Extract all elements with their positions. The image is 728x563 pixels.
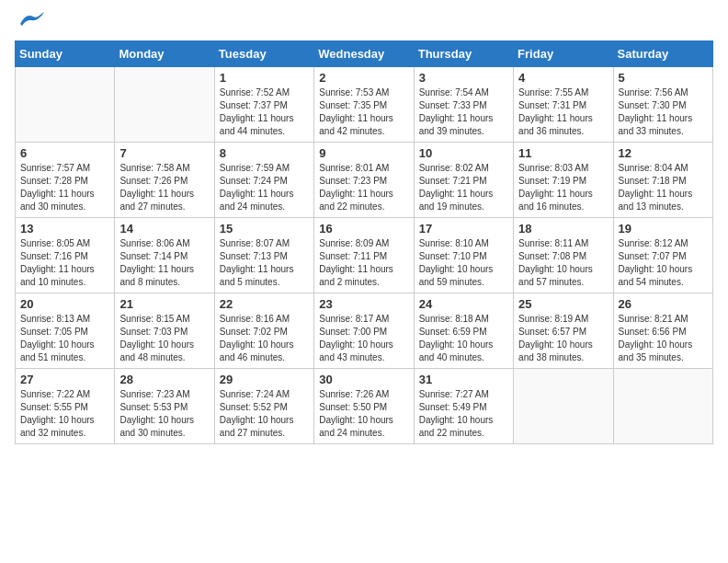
day-info: Sunrise: 8:16 AM Sunset: 7:02 PM Dayligh… <box>220 313 309 364</box>
calendar-cell: 30Sunrise: 7:26 AM Sunset: 5:50 PM Dayli… <box>314 369 414 444</box>
weekday-header-monday: Monday <box>115 41 214 67</box>
calendar-cell: 11Sunrise: 8:03 AM Sunset: 7:19 PM Dayli… <box>514 143 613 218</box>
calendar-cell: 16Sunrise: 8:09 AM Sunset: 7:11 PM Dayli… <box>314 218 414 293</box>
day-number: 18 <box>518 222 608 236</box>
day-number: 17 <box>419 222 508 236</box>
calendar-cell: 26Sunrise: 8:21 AM Sunset: 6:56 PM Dayli… <box>613 293 712 369</box>
page-header <box>15 15 713 29</box>
calendar-cell: 29Sunrise: 7:24 AM Sunset: 5:52 PM Dayli… <box>214 369 313 444</box>
day-number: 15 <box>220 222 309 236</box>
calendar-cell: 9Sunrise: 8:01 AM Sunset: 7:23 PM Daylig… <box>314 143 414 218</box>
calendar-cell: 1Sunrise: 7:52 AM Sunset: 7:37 PM Daylig… <box>214 67 313 143</box>
calendar-cell: 18Sunrise: 8:11 AM Sunset: 7:08 PM Dayli… <box>514 218 613 293</box>
day-info: Sunrise: 8:09 AM Sunset: 7:11 PM Dayligh… <box>319 237 408 289</box>
day-number: 28 <box>119 373 209 386</box>
day-number: 2 <box>319 71 408 85</box>
calendar-cell: 20Sunrise: 8:13 AM Sunset: 7:05 PM Dayli… <box>16 293 115 369</box>
day-info: Sunrise: 8:03 AM Sunset: 7:19 PM Dayligh… <box>518 162 608 213</box>
day-info: Sunrise: 8:04 AM Sunset: 7:18 PM Dayligh… <box>619 162 708 213</box>
day-number: 6 <box>20 146 109 160</box>
calendar-cell: 14Sunrise: 8:06 AM Sunset: 7:14 PM Dayli… <box>115 218 214 293</box>
day-info: Sunrise: 7:57 AM Sunset: 7:28 PM Dayligh… <box>20 162 109 213</box>
day-number: 12 <box>619 146 708 160</box>
calendar-cell: 3Sunrise: 7:54 AM Sunset: 7:33 PM Daylig… <box>414 67 513 143</box>
day-number: 20 <box>20 297 109 311</box>
day-number: 16 <box>319 222 408 236</box>
weekday-header-wednesday: Wednesday <box>314 41 414 67</box>
calendar-cell <box>16 67 115 143</box>
calendar-cell: 17Sunrise: 8:10 AM Sunset: 7:10 PM Dayli… <box>414 218 513 293</box>
calendar-cell <box>514 369 613 444</box>
calendar-cell: 7Sunrise: 7:58 AM Sunset: 7:26 PM Daylig… <box>115 143 214 218</box>
day-info: Sunrise: 8:17 AM Sunset: 7:00 PM Dayligh… <box>319 313 408 364</box>
day-number: 27 <box>20 373 109 386</box>
day-number: 19 <box>619 222 708 236</box>
weekday-header-row: SundayMondayTuesdayWednesdayThursdayFrid… <box>16 41 713 67</box>
week-row-4: 20Sunrise: 8:13 AM Sunset: 7:05 PM Dayli… <box>16 293 713 369</box>
calendar-cell: 23Sunrise: 8:17 AM Sunset: 7:00 PM Dayli… <box>314 293 414 369</box>
day-info: Sunrise: 7:53 AM Sunset: 7:35 PM Dayligh… <box>319 86 408 138</box>
day-info: Sunrise: 8:01 AM Sunset: 7:23 PM Dayligh… <box>319 162 408 213</box>
calendar-cell: 19Sunrise: 8:12 AM Sunset: 7:07 PM Dayli… <box>613 218 712 293</box>
day-number: 11 <box>518 146 608 160</box>
day-info: Sunrise: 7:59 AM Sunset: 7:24 PM Dayligh… <box>220 162 309 213</box>
week-row-1: 1Sunrise: 7:52 AM Sunset: 7:37 PM Daylig… <box>16 67 713 143</box>
calendar-cell: 5Sunrise: 7:56 AM Sunset: 7:30 PM Daylig… <box>613 67 712 143</box>
calendar-cell: 15Sunrise: 8:07 AM Sunset: 7:13 PM Dayli… <box>214 218 313 293</box>
week-row-3: 13Sunrise: 8:05 AM Sunset: 7:16 PM Dayli… <box>16 218 713 293</box>
logo-bird-icon <box>18 11 44 29</box>
day-info: Sunrise: 8:15 AM Sunset: 7:03 PM Dayligh… <box>119 313 209 364</box>
calendar-table: SundayMondayTuesdayWednesdayThursdayFrid… <box>15 40 713 444</box>
day-number: 10 <box>419 146 508 160</box>
day-info: Sunrise: 7:23 AM Sunset: 5:53 PM Dayligh… <box>119 388 209 440</box>
day-number: 29 <box>220 373 309 386</box>
day-number: 30 <box>319 373 408 386</box>
calendar-cell: 10Sunrise: 8:02 AM Sunset: 7:21 PM Dayli… <box>414 143 513 218</box>
day-number: 9 <box>319 146 408 160</box>
calendar-cell <box>613 369 712 444</box>
day-number: 13 <box>20 222 109 236</box>
day-info: Sunrise: 7:55 AM Sunset: 7:31 PM Dayligh… <box>518 86 608 138</box>
day-number: 21 <box>119 297 209 311</box>
day-number: 14 <box>119 222 209 236</box>
calendar-cell: 31Sunrise: 7:27 AM Sunset: 5:49 PM Dayli… <box>414 369 513 444</box>
day-info: Sunrise: 8:21 AM Sunset: 6:56 PM Dayligh… <box>619 313 708 364</box>
day-info: Sunrise: 8:11 AM Sunset: 7:08 PM Dayligh… <box>518 237 608 289</box>
day-info: Sunrise: 8:10 AM Sunset: 7:10 PM Dayligh… <box>419 237 508 289</box>
day-info: Sunrise: 7:26 AM Sunset: 5:50 PM Dayligh… <box>319 388 408 440</box>
calendar-cell: 21Sunrise: 8:15 AM Sunset: 7:03 PM Dayli… <box>115 293 214 369</box>
day-number: 7 <box>119 146 209 160</box>
calendar-cell: 6Sunrise: 7:57 AM Sunset: 7:28 PM Daylig… <box>16 143 115 218</box>
day-number: 26 <box>619 297 708 311</box>
day-info: Sunrise: 7:58 AM Sunset: 7:26 PM Dayligh… <box>119 162 209 213</box>
day-number: 8 <box>220 146 309 160</box>
weekday-header-sunday: Sunday <box>16 41 115 67</box>
calendar-cell <box>115 67 214 143</box>
calendar-cell: 2Sunrise: 7:53 AM Sunset: 7:35 PM Daylig… <box>314 67 414 143</box>
day-info: Sunrise: 7:24 AM Sunset: 5:52 PM Dayligh… <box>220 388 309 440</box>
week-row-2: 6Sunrise: 7:57 AM Sunset: 7:28 PM Daylig… <box>16 143 713 218</box>
weekday-header-tuesday: Tuesday <box>214 41 313 67</box>
day-info: Sunrise: 8:12 AM Sunset: 7:07 PM Dayligh… <box>619 237 708 289</box>
day-number: 23 <box>319 297 408 311</box>
calendar-cell: 24Sunrise: 8:18 AM Sunset: 6:59 PM Dayli… <box>414 293 513 369</box>
calendar-cell: 8Sunrise: 7:59 AM Sunset: 7:24 PM Daylig… <box>214 143 313 218</box>
day-number: 5 <box>619 71 708 85</box>
day-info: Sunrise: 8:13 AM Sunset: 7:05 PM Dayligh… <box>20 313 109 364</box>
weekday-header-friday: Friday <box>514 41 613 67</box>
day-number: 24 <box>419 297 508 311</box>
day-number: 3 <box>419 71 508 85</box>
day-number: 31 <box>419 373 508 386</box>
day-number: 22 <box>220 297 309 311</box>
calendar-cell: 4Sunrise: 7:55 AM Sunset: 7:31 PM Daylig… <box>514 67 613 143</box>
calendar-cell: 25Sunrise: 8:19 AM Sunset: 6:57 PM Dayli… <box>514 293 613 369</box>
week-row-5: 27Sunrise: 7:22 AM Sunset: 5:55 PM Dayli… <box>16 369 713 444</box>
logo <box>15 15 44 29</box>
weekday-header-saturday: Saturday <box>613 41 712 67</box>
calendar-cell: 22Sunrise: 8:16 AM Sunset: 7:02 PM Dayli… <box>214 293 313 369</box>
day-info: Sunrise: 8:02 AM Sunset: 7:21 PM Dayligh… <box>419 162 508 213</box>
day-info: Sunrise: 8:18 AM Sunset: 6:59 PM Dayligh… <box>419 313 508 364</box>
weekday-header-thursday: Thursday <box>414 41 513 67</box>
day-info: Sunrise: 7:22 AM Sunset: 5:55 PM Dayligh… <box>20 388 109 440</box>
day-number: 4 <box>518 71 608 85</box>
